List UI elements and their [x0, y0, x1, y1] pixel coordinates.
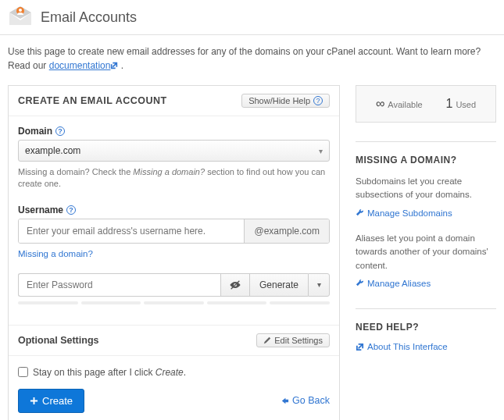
create-button[interactable]: Create — [18, 389, 84, 413]
password-strength-meter — [18, 301, 330, 304]
page-header: Email Accounts — [0, 0, 504, 35]
missing-domain-section: MISSING A DOMAIN? Subdomains let you cre… — [356, 141, 496, 290]
go-back-link[interactable]: Go Back — [281, 395, 330, 406]
arrow-left-icon — [281, 397, 289, 405]
help-icon[interactable]: ? — [66, 205, 76, 215]
page-title: Email Accounts — [41, 9, 137, 26]
stay-on-page-label[interactable]: Stay on this page after I click Create. — [18, 367, 330, 378]
password-input[interactable] — [18, 273, 220, 297]
domain-select[interactable]: example.com — [18, 140, 330, 162]
sidebar: ∞ Available 1 Used MISSING A DOMAIN? Sub… — [356, 85, 496, 420]
documentation-link[interactable]: documentation — [49, 60, 119, 71]
manage-subdomains-link[interactable]: Manage Subdomains — [356, 208, 452, 218]
wrench-icon — [356, 208, 364, 217]
plus-icon — [30, 397, 38, 405]
stay-on-page-checkbox[interactable] — [18, 367, 28, 377]
pencil-icon — [263, 336, 271, 344]
used-stat: 1 Used — [446, 97, 477, 111]
help-icon: ? — [313, 96, 323, 105]
need-help-section: NEED HELP? About This Interface — [356, 308, 496, 354]
missing-domain-link[interactable]: Missing a domain? — [18, 249, 93, 258]
domain-hint: Missing a domain? Check the Missing a do… — [18, 166, 330, 190]
intro-text: Use this page to create new email addres… — [0, 35, 504, 85]
stats-box: ∞ Available 1 Used — [356, 85, 496, 123]
optional-settings-title: Optional Settings — [18, 335, 98, 346]
domain-label: Domain — [18, 126, 52, 137]
create-panel-title: CREATE AN EMAIL ACCOUNT — [18, 95, 167, 106]
wrench-icon — [356, 279, 364, 287]
help-icon[interactable]: ? — [55, 126, 65, 136]
username-input[interactable] — [19, 219, 244, 243]
available-stat: ∞ Available — [376, 97, 423, 111]
username-label: Username — [18, 205, 63, 215]
external-link-icon — [356, 343, 364, 351]
manage-aliases-link[interactable]: Manage Aliases — [356, 279, 431, 288]
eye-off-icon — [229, 279, 241, 291]
toggle-password-visibility-button[interactable] — [220, 273, 249, 297]
password-options-dropdown[interactable]: ▾ — [308, 273, 330, 297]
show-hide-help-button[interactable]: Show/Hide Help ? — [241, 94, 330, 108]
email-accounts-icon — [8, 5, 33, 30]
create-panel: CREATE AN EMAIL ACCOUNT Show/Hide Help ?… — [8, 85, 340, 420]
username-domain-suffix: @example.com — [244, 219, 329, 243]
generate-password-button[interactable]: Generate — [249, 273, 308, 297]
about-interface-link[interactable]: About This Interface — [356, 342, 448, 351]
edit-settings-button[interactable]: Edit Settings — [256, 333, 330, 347]
